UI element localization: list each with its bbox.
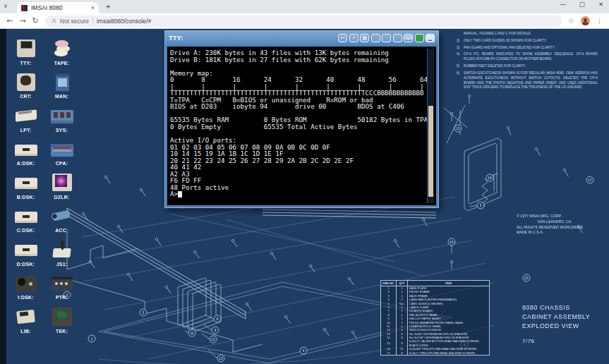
- svg-text:17: 17: [588, 178, 592, 182]
- tty-terminal-window: TTY: ↩ ↗ ▦ ⌨: [164, 30, 439, 208]
- device-sidebar: TTY: TAPE: CRT: MAN:: [8, 32, 80, 334]
- terminal-toolbar-button[interactable]: ↩: [338, 34, 347, 42]
- device-icon[interactable]: [50, 72, 74, 93]
- copyright-block: © 1977 IMSAI MFG. CORP. SAN LEANDRO, CA.…: [517, 214, 583, 236]
- device-icon[interactable]: [14, 273, 38, 294]
- device-label: CPA:: [56, 161, 68, 166]
- parts-table-row: 15 8 8-32x1¼" ALLEN BUTTON HEAD MACHINE …: [381, 339, 490, 347]
- device-icon[interactable]: [14, 38, 38, 59]
- device-item[interactable]: TTY:: [8, 32, 44, 66]
- address-bar[interactable]: ⚠ Not secure imsai8080/console/#: [45, 16, 562, 27]
- window-maximize-icon[interactable]: □: [579, 1, 585, 8]
- terminal-toolbar-button[interactable]: [371, 34, 380, 42]
- device-icon[interactable]: [50, 172, 74, 193]
- terminal-cursor: [178, 191, 182, 198]
- device-item[interactable]: CPA:: [44, 133, 80, 166]
- device-item[interactable]: C:DSK:: [8, 200, 44, 233]
- assembly-note: 3) FAN GUARD AND OPTIONAL FAN DELETED FO…: [457, 46, 598, 51]
- tab-favicon-icon: [21, 5, 28, 11]
- terminal-toolbar-button[interactable]: ▦: [360, 34, 369, 42]
- device-icon[interactable]: [50, 206, 74, 227]
- device-label: DZLR:: [54, 195, 70, 200]
- device-item[interactable]: LIB:: [8, 300, 44, 334]
- terminal-screen[interactable]: Drive A: 230K bytes in 43 files with 13K…: [165, 44, 438, 207]
- window-close-icon[interactable]: ✕: [598, 1, 603, 8]
- not-secure-warning-icon[interactable]: ⚠: [52, 18, 56, 24]
- device-label: D:DSK:: [17, 262, 35, 267]
- device-item[interactable]: D:DSK:: [8, 233, 44, 267]
- device-label: A:DSK:: [17, 161, 35, 166]
- not-secure-label[interactable]: Not secure: [60, 18, 89, 25]
- device-icon[interactable]: [14, 139, 38, 160]
- browser-tab[interactable]: IMSAI 8080 ×: [17, 2, 99, 13]
- new-tab-button[interactable]: +: [106, 2, 110, 11]
- terminal-titlebar[interactable]: TTY: ↩ ↗ ▦ ⌨: [165, 31, 438, 44]
- device-item[interactable]: MAN:: [44, 66, 80, 99]
- window-controls: — □ ✕: [560, 1, 603, 8]
- device-item[interactable]: A:DSK:: [8, 133, 44, 166]
- svg-text:5: 5: [480, 204, 482, 207]
- assembly-note: 2) ONLY TWO CARD GUIDES (5) SHOWN FOR CL…: [457, 39, 598, 44]
- device-item[interactable]: PTR:: [44, 267, 80, 301]
- device-item[interactable]: DZLR:: [44, 166, 80, 200]
- svg-text:15: 15: [524, 277, 529, 280]
- browser-toolbar: ← → ↻ ⚠ Not secure imsai8080/console/# ☆…: [0, 13, 609, 29]
- browser-window: ∨ IMSAI 8080 × + — □ ✕ ← → ↻ ⚠ Not secur…: [0, 0, 609, 364]
- device-item[interactable]: JS1:: [44, 233, 80, 267]
- svg-text:9: 9: [215, 329, 217, 332]
- terminal-toolbar-button[interactable]: ⌨: [404, 34, 413, 42]
- device-item[interactable]: ACC:: [44, 200, 80, 233]
- device-icon[interactable]: [50, 306, 74, 327]
- parts-table: FIND NO. QTY ITEM 1 1 BASE PLATE: [380, 280, 490, 356]
- device-label: LIB:: [20, 329, 30, 334]
- device-icon[interactable]: [14, 172, 38, 193]
- terminal-toolbar-button[interactable]: [415, 34, 424, 42]
- device-icon[interactable]: [14, 306, 38, 327]
- tab-close-icon[interactable]: ×: [91, 4, 95, 11]
- device-label: TTY:: [20, 61, 32, 66]
- device-icon[interactable]: [50, 273, 74, 294]
- tab-search-chevron-icon[interactable]: ∨: [4, 3, 8, 9]
- device-item[interactable]: LPT:: [8, 99, 44, 133]
- device-item[interactable]: TEK:: [44, 300, 80, 334]
- bookmark-star-icon[interactable]: ☆: [568, 17, 574, 25]
- profile-avatar[interactable]: [581, 16, 590, 25]
- browser-menu-icon[interactable]: ⋮: [596, 18, 603, 25]
- device-icon[interactable]: [14, 239, 38, 260]
- terminal-scrollbar[interactable]: [427, 49, 434, 203]
- device-label: TAPE:: [54, 61, 69, 66]
- window-minimize-icon[interactable]: —: [560, 1, 566, 8]
- terminal-toolbar-button[interactable]: [393, 34, 402, 42]
- url-text[interactable]: imsai8080/console/#: [97, 18, 152, 25]
- device-item[interactable]: I:DSK:: [8, 267, 44, 301]
- device-icon[interactable]: [50, 38, 74, 59]
- device-icon[interactable]: [50, 105, 74, 126]
- terminal-toolbar-button[interactable]: [382, 34, 391, 42]
- device-icon[interactable]: [14, 206, 38, 227]
- assembly-note: 6) SWITCH ESCUTCHEON SHOWN IS FOR REGULA…: [457, 71, 598, 90]
- device-icon[interactable]: [14, 72, 38, 93]
- device-item[interactable]: SYS:: [44, 99, 80, 133]
- device-label: PTR:: [56, 295, 68, 300]
- sheet-left-margin: [0, 29, 6, 364]
- svg-text:10: 10: [456, 127, 460, 131]
- terminal-scrollbar-thumb[interactable]: [428, 106, 433, 197]
- device-item[interactable]: TAPE:: [44, 32, 80, 66]
- drawing-title: 8080 CHASSIS: [522, 303, 590, 313]
- device-icon[interactable]: [50, 139, 74, 160]
- back-icon[interactable]: ←: [6, 17, 13, 25]
- assembly-notes: MANUAL, FIGURES 1 AND 2, FOR DETAILS. 2)…: [457, 32, 598, 92]
- terminal-toolbar-button[interactable]: ▁: [426, 34, 435, 42]
- forward-icon[interactable]: →: [19, 17, 25, 25]
- refresh-icon[interactable]: ↻: [32, 17, 38, 25]
- parts-table-row: 17 8 8-32x¼" PHILLIPS PAN HEAD MACHINE S…: [381, 351, 490, 356]
- device-icon[interactable]: [14, 105, 38, 126]
- svg-text:1: 1: [91, 337, 93, 341]
- page-content: 101451617891112131564213 MANUAL, FIGURES…: [0, 29, 609, 364]
- device-item[interactable]: CRT:: [8, 66, 44, 99]
- terminal-toolbar-button[interactable]: ↗: [349, 34, 358, 42]
- device-icon[interactable]: [50, 239, 74, 260]
- device-item[interactable]: B:DSK:: [8, 166, 44, 200]
- device-label: ACC:: [55, 228, 68, 233]
- svg-text:16: 16: [450, 241, 454, 244]
